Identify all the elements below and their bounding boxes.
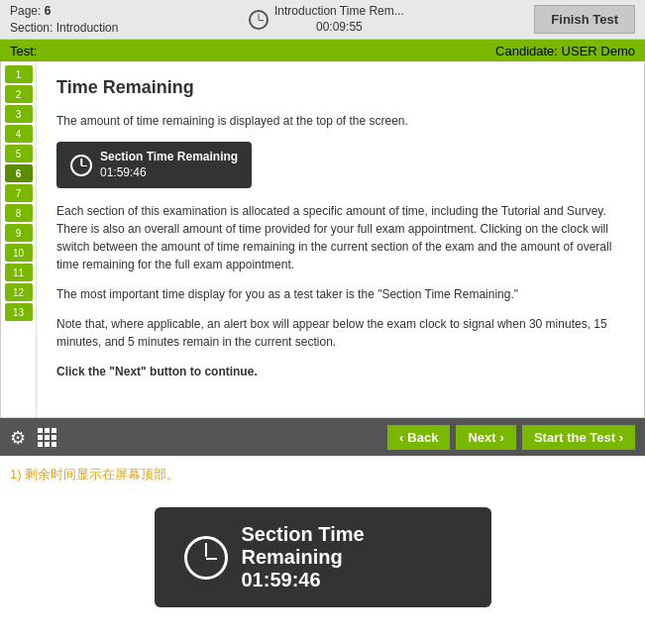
sidebar: 12345678910111213 xyxy=(1,61,37,417)
big-time-display: Section Time Remaining 01:59:46 xyxy=(0,497,645,617)
start-chevron-icon: › xyxy=(619,430,623,445)
section-time-value: 01:59:46 xyxy=(100,165,238,181)
sidebar-item-13[interactable]: 13 xyxy=(5,303,33,321)
sidebar-item-7[interactable]: 7 xyxy=(5,184,33,202)
section-time-box[interactable]: Section Time Remaining 01:59:46 xyxy=(56,142,252,188)
sidebar-item-11[interactable]: 11 xyxy=(5,264,33,281)
big-time-box: Section Time Remaining 01:59:46 xyxy=(155,507,491,607)
clock-icon xyxy=(249,10,269,30)
sidebar-item-6[interactable]: 6 xyxy=(5,164,33,182)
sidebar-item-3[interactable]: 3 xyxy=(5,105,33,123)
page-section-info: Page: 6 Section: Introduction xyxy=(10,3,118,37)
sidebar-item-2[interactable]: 2 xyxy=(5,85,33,103)
content-instruction: Click the "Next" button to continue. xyxy=(56,363,624,380)
content-area: Time Remaining The amount of time remain… xyxy=(37,61,644,417)
main-layout: 12345678910111213 Time Remaining The amo… xyxy=(0,61,645,418)
toolbar-right: ‹ Back Next › Start the Test › xyxy=(387,425,635,450)
toolbar-left: ⚙ xyxy=(10,427,56,447)
candidate-name: USER Demo xyxy=(562,44,635,58)
sidebar-item-1[interactable]: 1 xyxy=(5,65,33,83)
sidebar-item-9[interactable]: 9 xyxy=(5,224,33,242)
content-para4: Note that, where applicable, an alert bo… xyxy=(56,315,624,351)
test-bar: Test: Candidate: USER Demo xyxy=(0,40,645,61)
gear-icon[interactable]: ⚙ xyxy=(10,427,30,447)
big-time-label: Section Time Remaining xyxy=(242,523,462,569)
sidebar-item-5[interactable]: 5 xyxy=(5,145,33,162)
timer-display[interactable]: Introduction Time Rem... 00:09:55 xyxy=(249,4,404,35)
content-para3: The most important time display for you … xyxy=(56,285,624,303)
back-chevron-icon: ‹ xyxy=(399,430,403,445)
test-label: Test: xyxy=(10,44,37,58)
big-clock-icon xyxy=(184,536,228,580)
section-time-label: Section Time Remaining xyxy=(100,150,238,165)
sidebar-item-8[interactable]: 8 xyxy=(5,204,33,222)
next-button[interactable]: Next › xyxy=(456,425,516,450)
bottom-toolbar: ⚙ ‹ Back Next › Start the Test › xyxy=(0,418,645,456)
section-time-text: Section Time Remaining 01:59:46 xyxy=(100,150,238,180)
candidate-info: Candidate: USER Demo xyxy=(495,44,635,58)
finish-test-button[interactable]: Finish Test xyxy=(534,5,635,34)
content-para1: The amount of time remaining is displaye… xyxy=(56,112,624,130)
candidate-label: Candidate: xyxy=(495,44,558,58)
sidebar-item-10[interactable]: 10 xyxy=(5,244,33,262)
annotation-text: 1) 剩余时间显示在屏幕顶部。 xyxy=(0,456,645,487)
section-name: Introduction xyxy=(56,21,119,35)
sidebar-item-4[interactable]: 4 xyxy=(5,125,33,143)
timer-label: Introduction Time Rem... xyxy=(274,4,404,20)
timer-value: 00:09:55 xyxy=(316,20,363,36)
section-label: Section: xyxy=(10,21,53,35)
content-heading: Time Remaining xyxy=(56,77,624,98)
big-time-value: 01:59:46 xyxy=(242,569,462,591)
back-button[interactable]: ‹ Back xyxy=(387,425,450,450)
grid-icon[interactable] xyxy=(38,428,56,447)
top-bar: Page: 6 Section: Introduction Introducti… xyxy=(0,0,645,40)
page-number: 6 xyxy=(45,4,52,18)
sidebar-item-12[interactable]: 12 xyxy=(5,283,33,301)
content-para2: Each section of this examination is allo… xyxy=(56,202,624,273)
next-chevron-icon: › xyxy=(500,430,504,445)
start-test-button[interactable]: Start the Test › xyxy=(522,425,635,450)
page-label: Page: xyxy=(10,4,41,18)
section-clock-icon xyxy=(70,155,92,176)
big-time-text: Section Time Remaining 01:59:46 xyxy=(242,523,462,591)
timer-text: Introduction Time Rem... 00:09:55 xyxy=(274,4,404,35)
